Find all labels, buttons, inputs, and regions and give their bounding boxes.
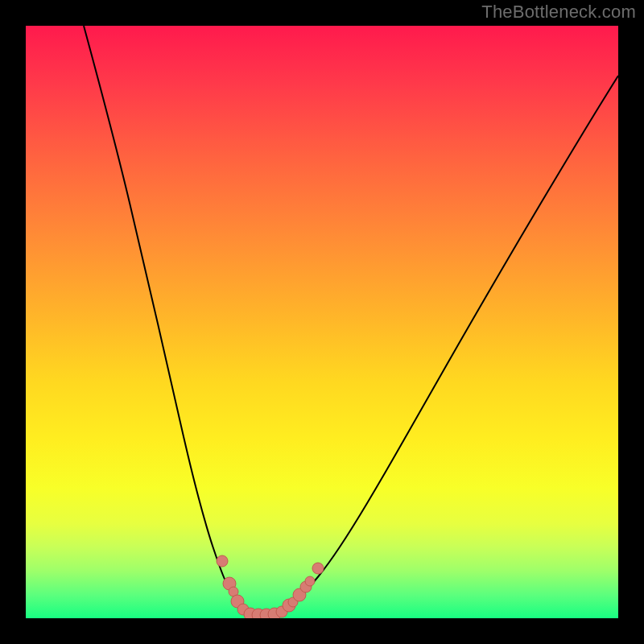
chart-frame: TheBottleneck.com [0,0,644,644]
data-marker [305,576,315,586]
watermark-text: TheBottleneck.com [481,2,636,23]
plot-area [26,26,618,618]
data-marker [217,555,228,567]
data-marker [312,563,324,574]
marker-layer [26,26,618,618]
